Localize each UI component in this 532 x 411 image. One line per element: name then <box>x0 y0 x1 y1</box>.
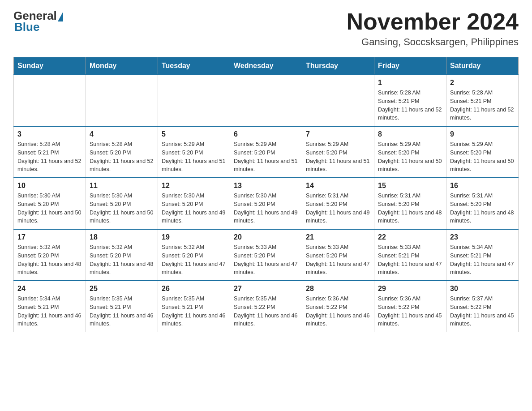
calendar-cell: 4Sunrise: 5:28 AM Sunset: 5:20 PM Daylig… <box>86 126 158 178</box>
calendar-cell <box>86 75 158 126</box>
day-info: Sunrise: 5:35 AM Sunset: 5:21 PM Dayligh… <box>90 295 154 328</box>
day-number: 28 <box>306 285 370 293</box>
calendar-cell: 17Sunrise: 5:32 AM Sunset: 5:20 PM Dayli… <box>14 229 86 281</box>
day-info: Sunrise: 5:35 AM Sunset: 5:21 PM Dayligh… <box>162 295 226 328</box>
day-number: 30 <box>450 285 515 293</box>
day-number: 20 <box>234 233 298 241</box>
calendar-cell <box>302 75 374 126</box>
day-number: 17 <box>17 233 82 241</box>
calendar-week-row: 1Sunrise: 5:28 AM Sunset: 5:21 PM Daylig… <box>14 75 519 126</box>
calendar-cell: 22Sunrise: 5:33 AM Sunset: 5:21 PM Dayli… <box>374 229 446 281</box>
day-info: Sunrise: 5:29 AM Sunset: 5:20 PM Dayligh… <box>306 140 370 174</box>
day-number: 27 <box>234 285 298 293</box>
day-info: Sunrise: 5:29 AM Sunset: 5:20 PM Dayligh… <box>450 140 515 174</box>
day-info: Sunrise: 5:35 AM Sunset: 5:22 PM Dayligh… <box>234 295 298 328</box>
day-info: Sunrise: 5:34 AM Sunset: 5:21 PM Dayligh… <box>17 295 82 328</box>
weekday-header-thursday: Thursday <box>302 57 374 75</box>
calendar-cell: 9Sunrise: 5:29 AM Sunset: 5:20 PM Daylig… <box>446 126 519 178</box>
calendar-cell <box>14 75 86 126</box>
day-number: 6 <box>234 130 298 138</box>
day-number: 4 <box>90 130 154 138</box>
day-number: 14 <box>306 182 370 190</box>
day-info: Sunrise: 5:28 AM Sunset: 5:21 PM Dayligh… <box>378 89 442 122</box>
day-number: 22 <box>378 233 442 241</box>
weekday-header-tuesday: Tuesday <box>158 57 230 75</box>
calendar-cell: 25Sunrise: 5:35 AM Sunset: 5:21 PM Dayli… <box>86 281 158 332</box>
day-number: 26 <box>162 285 226 293</box>
calendar-header-row: SundayMondayTuesdayWednesdayThursdayFrid… <box>14 57 519 75</box>
calendar-cell: 7Sunrise: 5:29 AM Sunset: 5:20 PM Daylig… <box>302 126 374 178</box>
day-number: 13 <box>234 182 298 190</box>
calendar-cell: 23Sunrise: 5:34 AM Sunset: 5:21 PM Dayli… <box>446 229 519 281</box>
calendar-cell: 10Sunrise: 5:30 AM Sunset: 5:20 PM Dayli… <box>14 178 86 229</box>
day-info: Sunrise: 5:30 AM Sunset: 5:20 PM Dayligh… <box>234 192 298 225</box>
page-header: General Blue November 2024 Gansing, Socc… <box>13 9 519 48</box>
calendar-cell: 11Sunrise: 5:30 AM Sunset: 5:20 PM Dayli… <box>86 178 158 229</box>
weekday-header-sunday: Sunday <box>14 57 86 75</box>
calendar-cell: 20Sunrise: 5:33 AM Sunset: 5:20 PM Dayli… <box>230 229 302 281</box>
day-number: 11 <box>90 182 154 190</box>
month-year-title: November 2024 <box>347 9 519 34</box>
calendar-cell: 21Sunrise: 5:33 AM Sunset: 5:20 PM Dayli… <box>302 229 374 281</box>
day-info: Sunrise: 5:30 AM Sunset: 5:20 PM Dayligh… <box>17 192 82 225</box>
day-info: Sunrise: 5:28 AM Sunset: 5:21 PM Dayligh… <box>450 89 515 122</box>
weekday-header-friday: Friday <box>374 57 446 75</box>
calendar-week-row: 10Sunrise: 5:30 AM Sunset: 5:20 PM Dayli… <box>14 178 519 229</box>
weekday-header-wednesday: Wednesday <box>230 57 302 75</box>
title-section: November 2024 Gansing, Soccsksargen, Phi… <box>347 9 519 48</box>
day-info: Sunrise: 5:34 AM Sunset: 5:21 PM Dayligh… <box>450 243 515 277</box>
day-number: 23 <box>450 233 515 241</box>
day-info: Sunrise: 5:29 AM Sunset: 5:20 PM Dayligh… <box>234 140 298 174</box>
calendar-cell <box>158 75 230 126</box>
logo-blue-text: Blue <box>14 20 39 34</box>
calendar-cell: 19Sunrise: 5:32 AM Sunset: 5:20 PM Dayli… <box>158 229 230 281</box>
calendar-cell: 30Sunrise: 5:37 AM Sunset: 5:22 PM Dayli… <box>446 281 519 332</box>
calendar-cell: 14Sunrise: 5:31 AM Sunset: 5:20 PM Dayli… <box>302 178 374 229</box>
day-info: Sunrise: 5:33 AM Sunset: 5:21 PM Dayligh… <box>378 243 442 277</box>
day-number: 2 <box>450 79 515 87</box>
logo-triangle-icon <box>58 12 63 21</box>
day-info: Sunrise: 5:36 AM Sunset: 5:22 PM Dayligh… <box>378 295 442 328</box>
day-info: Sunrise: 5:28 AM Sunset: 5:21 PM Dayligh… <box>17 140 82 174</box>
calendar-cell: 13Sunrise: 5:30 AM Sunset: 5:20 PM Dayli… <box>230 178 302 229</box>
day-number: 16 <box>450 182 515 190</box>
calendar-cell <box>230 75 302 126</box>
calendar-week-row: 17Sunrise: 5:32 AM Sunset: 5:20 PM Dayli… <box>14 229 519 281</box>
day-number: 1 <box>378 79 442 87</box>
day-number: 29 <box>378 285 442 293</box>
day-info: Sunrise: 5:28 AM Sunset: 5:20 PM Dayligh… <box>90 140 154 174</box>
day-info: Sunrise: 5:29 AM Sunset: 5:20 PM Dayligh… <box>162 140 226 174</box>
day-info: Sunrise: 5:31 AM Sunset: 5:20 PM Dayligh… <box>378 192 442 225</box>
calendar-cell: 6Sunrise: 5:29 AM Sunset: 5:20 PM Daylig… <box>230 126 302 178</box>
calendar-cell: 27Sunrise: 5:35 AM Sunset: 5:22 PM Dayli… <box>230 281 302 332</box>
day-number: 18 <box>90 233 154 241</box>
day-number: 24 <box>17 285 82 293</box>
calendar-cell: 2Sunrise: 5:28 AM Sunset: 5:21 PM Daylig… <box>446 75 519 126</box>
calendar-cell: 15Sunrise: 5:31 AM Sunset: 5:20 PM Dayli… <box>374 178 446 229</box>
day-info: Sunrise: 5:30 AM Sunset: 5:20 PM Dayligh… <box>162 192 226 225</box>
calendar-cell: 28Sunrise: 5:36 AM Sunset: 5:22 PM Dayli… <box>302 281 374 332</box>
day-number: 3 <box>17 130 82 138</box>
day-info: Sunrise: 5:33 AM Sunset: 5:20 PM Dayligh… <box>306 243 370 277</box>
calendar-cell: 12Sunrise: 5:30 AM Sunset: 5:20 PM Dayli… <box>158 178 230 229</box>
day-info: Sunrise: 5:32 AM Sunset: 5:20 PM Dayligh… <box>90 243 154 277</box>
weekday-header-monday: Monday <box>86 57 158 75</box>
day-info: Sunrise: 5:29 AM Sunset: 5:20 PM Dayligh… <box>378 140 442 174</box>
logo: General Blue <box>13 9 63 34</box>
day-info: Sunrise: 5:36 AM Sunset: 5:22 PM Dayligh… <box>306 295 370 328</box>
calendar-cell: 18Sunrise: 5:32 AM Sunset: 5:20 PM Dayli… <box>86 229 158 281</box>
calendar-cell: 3Sunrise: 5:28 AM Sunset: 5:21 PM Daylig… <box>14 126 86 178</box>
day-info: Sunrise: 5:30 AM Sunset: 5:20 PM Dayligh… <box>90 192 154 225</box>
day-info: Sunrise: 5:37 AM Sunset: 5:22 PM Dayligh… <box>450 295 515 328</box>
calendar-table: SundayMondayTuesdayWednesdayThursdayFrid… <box>13 57 519 332</box>
day-info: Sunrise: 5:31 AM Sunset: 5:20 PM Dayligh… <box>450 192 515 225</box>
day-number: 25 <box>90 285 154 293</box>
day-number: 7 <box>306 130 370 138</box>
day-info: Sunrise: 5:32 AM Sunset: 5:20 PM Dayligh… <box>162 243 226 277</box>
calendar-cell: 8Sunrise: 5:29 AM Sunset: 5:20 PM Daylig… <box>374 126 446 178</box>
calendar-week-row: 24Sunrise: 5:34 AM Sunset: 5:21 PM Dayli… <box>14 281 519 332</box>
calendar-cell: 5Sunrise: 5:29 AM Sunset: 5:20 PM Daylig… <box>158 126 230 178</box>
calendar-cell: 1Sunrise: 5:28 AM Sunset: 5:21 PM Daylig… <box>374 75 446 126</box>
day-info: Sunrise: 5:33 AM Sunset: 5:20 PM Dayligh… <box>234 243 298 277</box>
day-info: Sunrise: 5:32 AM Sunset: 5:20 PM Dayligh… <box>17 243 82 277</box>
